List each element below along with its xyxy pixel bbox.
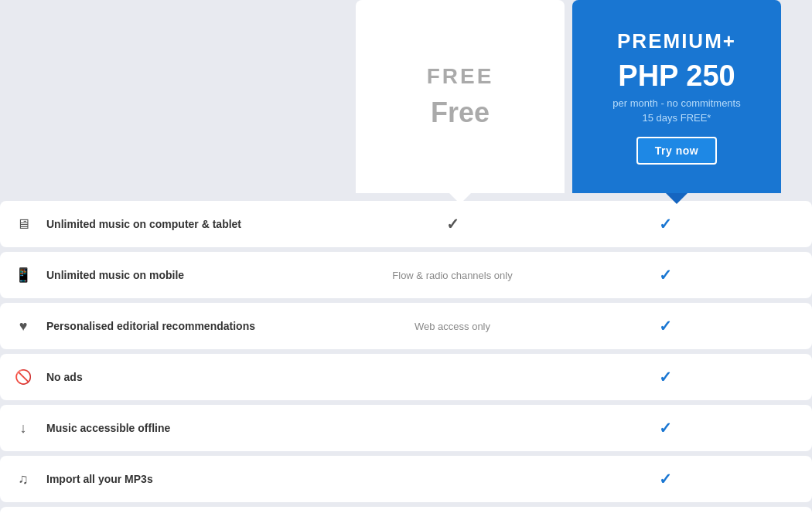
free-plan-label: FREE <box>427 64 494 89</box>
feature-premium-value: ✓ <box>557 368 773 386</box>
feature-icon: 🚫 <box>0 369 46 386</box>
feature-name: Personalised editorial recommendations <box>46 320 348 332</box>
premium-checkmark: ✓ <box>659 215 672 233</box>
premium-price: PHP 250 <box>618 59 735 93</box>
feature-premium-value: ✓ <box>557 419 773 437</box>
premium-plan-label: PREMIUM+ <box>617 29 736 53</box>
feature-row: ♫Import all your MP3s✓ <box>0 456 812 502</box>
feature-icon: ♫ <box>0 471 46 488</box>
feature-icon: 📱 <box>0 267 46 284</box>
feature-name: Unlimited music on mobile <box>46 269 348 281</box>
premium-checkmark: ✓ <box>659 419 672 437</box>
feature-free-value: ✓ <box>348 215 557 233</box>
left-spacer <box>0 0 356 193</box>
feature-row: ♥Personalised editorial recommendationsW… <box>0 303 812 349</box>
features-table: 🖥Unlimited music on computer & tablet✓✓📱… <box>0 201 812 513</box>
feature-row: 🖥Unlimited music on computer & tablet✓✓ <box>0 201 812 247</box>
feature-premium-value: ✓ <box>557 317 773 335</box>
premium-checkmark: ✓ <box>659 266 672 284</box>
feature-icon: 🖥 <box>0 216 46 233</box>
free-checkmark: ✓ <box>446 215 459 233</box>
feature-premium-value: ✓ <box>557 470 773 488</box>
feature-row: 🚫No ads✓ <box>0 354 812 400</box>
feature-name: Music accessible offline <box>46 422 348 434</box>
pricing-header: FREE Free PREMIUM+ PHP 250 per month - n… <box>0 0 812 193</box>
free-column: FREE Free <box>356 0 565 193</box>
free-price: Free <box>431 97 490 129</box>
feature-row: ↓Music accessible offline✓ <box>0 405 812 451</box>
feature-free-value: Flow & radio channels only <box>348 270 557 281</box>
feature-free-value: Web access only <box>348 321 557 332</box>
premium-column: PREMIUM+ PHP 250 per month - no commitme… <box>572 0 781 193</box>
premium-checkmark: ✓ <box>659 317 672 335</box>
feature-icon: ↓ <box>0 420 46 437</box>
feature-row: 📱Unlimited music on mobileFlow & radio c… <box>0 252 812 298</box>
feature-icon: ♥ <box>0 318 46 335</box>
feature-premium-value: ✓ <box>557 266 773 284</box>
feature-name: Import all your MP3s <box>46 473 348 485</box>
premium-per-month: per month - no commitments 15 days FREE* <box>612 96 740 126</box>
feature-name: No ads <box>46 371 348 383</box>
premium-checkmark: ✓ <box>659 470 672 488</box>
feature-row: 📊Sound qualityStandardHigh Quality <box>0 507 812 513</box>
feature-name: Unlimited music on computer & tablet <box>46 218 348 230</box>
feature-premium-value: ✓ <box>557 215 773 233</box>
premium-checkmark: ✓ <box>659 368 672 386</box>
page-wrapper: FREE Free PREMIUM+ PHP 250 per month - n… <box>0 0 812 513</box>
try-now-button[interactable]: Try now <box>636 137 717 165</box>
